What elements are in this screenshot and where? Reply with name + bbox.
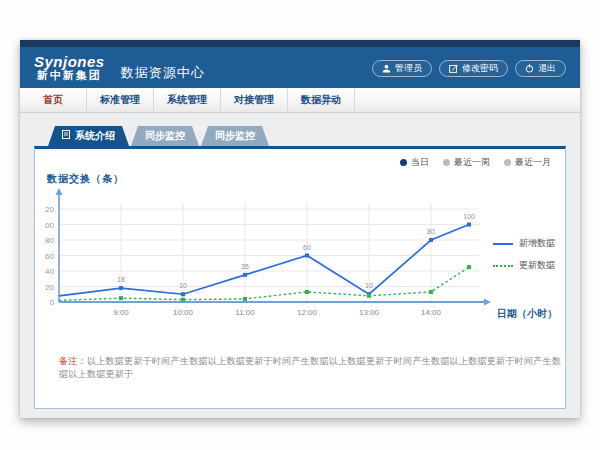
company-logo: Synjones 新中新集团 [34,54,105,81]
tab-label: 同步监控 [145,126,185,146]
page-title: 数据资源中心 [121,64,205,82]
radio-last-week[interactable]: 最近一周 [443,156,490,169]
footnote-text: 以上数据更新于时间产生数据以上数据更新于时间产生数据以上数据更新于时间产生数据以… [59,356,561,379]
edit-icon [449,64,458,73]
svg-text:40: 40 [45,267,54,276]
radio-label: 最近一周 [454,156,490,169]
user-button[interactable]: 管理员 [372,60,432,77]
radio-label: 最近一月 [515,156,551,169]
user-button-label: 管理员 [395,62,422,75]
logo-wordmark: Synjones [34,54,105,70]
user-actions: 管理员 修改密码 退出 [372,60,566,77]
footnote-label: 备注 [59,356,78,366]
svg-text:60: 60 [45,252,54,261]
tab-label: 系统介绍 [75,126,115,146]
legend-label: 新增数据 [519,237,555,250]
svg-text:14:00: 14:00 [421,308,442,317]
logo-company-name: 新中新集团 [37,70,102,82]
svg-text:12:00: 12:00 [297,308,318,317]
svg-text:11:00: 11:00 [235,308,255,317]
radio-label: 当日 [411,156,429,169]
legend-item-update-data[interactable]: 更新数据 [493,259,555,272]
svg-text:120: 120 [45,205,55,214]
nav-item-data-change[interactable]: 数据异动 [288,88,355,112]
main-nav: 首页 标准管理 系统管理 对接管理 数据异动 [20,88,580,113]
footnote-separator: ： [78,356,87,366]
svg-text:60: 60 [303,244,311,251]
x-axis-label: 日期（小时） [497,307,557,321]
svg-text:100: 100 [463,213,475,220]
radio-dot-icon [504,159,511,166]
y-axis-label: 数据交换（条） [47,172,124,186]
chart-legend: 新增数据 更新数据 [493,237,555,272]
nav-item-home[interactable]: 首页 [20,88,87,112]
chart-card: 当日 最近一周 最近一月 数据交换（条） 0204060801001209:00… [34,146,566,409]
svg-text:18: 18 [117,276,125,283]
user-icon [382,64,391,73]
svg-text:0: 0 [50,298,55,307]
svg-text:80: 80 [45,236,54,245]
change-password-button-label: 修改密码 [462,62,498,75]
document-icon [62,126,70,146]
svg-text:35: 35 [241,263,249,270]
legend-label: 更新数据 [519,259,555,272]
change-password-button[interactable]: 修改密码 [439,60,508,77]
tab-label: 同步监控 [215,126,255,146]
legend-line-swatch [493,265,513,267]
svg-text:10: 10 [179,282,187,289]
tab-bar: 系统介绍 同步监控 同步监控 [48,126,580,146]
svg-text:9:00: 9:00 [113,308,129,317]
radio-dot-icon [443,159,450,166]
svg-text:20: 20 [45,283,54,292]
svg-text:13:00: 13:00 [359,308,380,317]
app-window: Synjones 新中新集团 数据资源中心 管理员 修改密码 退出 首页 标准管… [20,40,580,418]
svg-text:100: 100 [45,221,55,230]
tab-sync-monitor-1[interactable]: 同步监控 [131,126,199,146]
radio-dot-icon [400,159,407,166]
logout-button[interactable]: 退出 [515,60,566,77]
nav-item-standard-mgmt[interactable]: 标准管理 [87,88,154,112]
radio-today[interactable]: 当日 [400,156,429,169]
logout-button-label: 退出 [538,62,556,75]
tab-sync-monitor-2[interactable]: 同步监控 [201,126,269,146]
time-range-filters: 当日 最近一周 最近一月 [400,156,551,169]
nav-item-system-mgmt[interactable]: 系统管理 [154,88,221,112]
line-chart: 0204060801001209:0010:0011:0012:0013:001… [45,185,515,321]
tab-system-intro[interactable]: 系统介绍 [48,126,129,146]
radio-last-month[interactable]: 最近一月 [504,156,551,169]
svg-text:80: 80 [427,228,435,235]
nav-item-interface-mgmt[interactable]: 对接管理 [221,88,288,112]
footnote: 备注：以上数据更新于时间产生数据以上数据更新于时间产生数据以上数据更新于时间产生… [59,355,565,381]
svg-text:10:00: 10:00 [173,308,194,317]
app-header: Synjones 新中新集团 数据资源中心 管理员 修改密码 退出 [20,40,580,88]
legend-line-swatch [493,243,513,245]
svg-text:10: 10 [365,282,373,289]
legend-item-new-data[interactable]: 新增数据 [493,237,555,250]
power-icon [525,64,534,73]
